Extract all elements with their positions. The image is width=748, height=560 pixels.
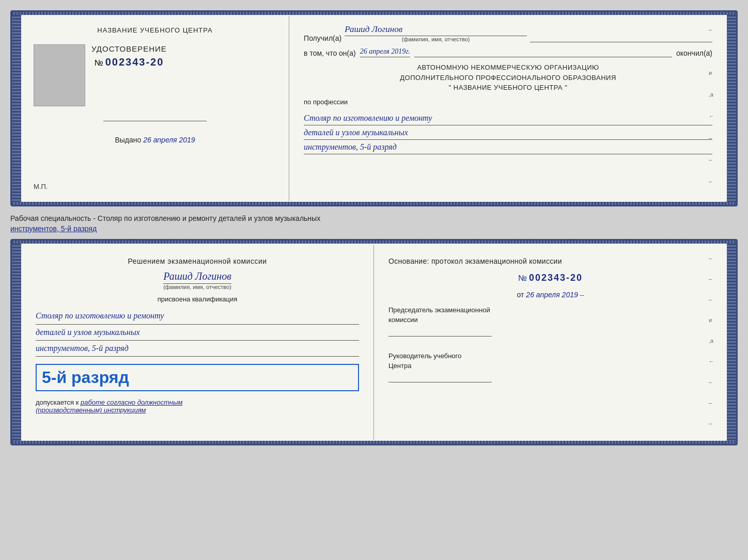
autonomous-block: АВТОНОМНУЮ НЕКОММЕРЧЕСКУЮ ОРГАНИЗАЦИЮ ДО… (304, 62, 712, 93)
edge-mark-6: – (709, 135, 714, 141)
separator-text: Рабочая специальность - Столяр по изгото… (10, 211, 738, 235)
center-name-top: НАЗВАНИЕ УЧЕБНОГО ЦЕНТРА (97, 26, 212, 34)
cert-left-panel: НАЗВАНИЕ УЧЕБНОГО ЦЕНТРА УДОСТОВЕРЕНИЕ №… (21, 16, 289, 201)
rukovoditel-block: Руководитель учебного Центра (388, 352, 712, 382)
fio-label-top: (фамилия, имя, отчество) (345, 36, 527, 42)
bottom-edge-marks: – – – и ,а ← – – – – – (709, 255, 714, 445)
edge-mark-9: – (709, 200, 714, 206)
bottom-profession-line3: инструментов, 5-й разряд (36, 341, 359, 357)
bottom-card-content: Решением экзаменационной комиссии Рашид … (21, 241, 727, 444)
predsedatel-sign-line (388, 336, 492, 337)
rukovoditel-title2: Центра (388, 362, 712, 370)
po-professii: по профессии (304, 98, 712, 106)
divider-line (103, 121, 207, 121)
cert-number: 002343-20 (105, 56, 164, 68)
predsedatel-block: Председатель экзаменационной комиссии (388, 306, 712, 337)
dopuskaetsya-block: допускается к работе согласно должностны… (36, 398, 359, 414)
rukovoditel-title: Руководитель учебного (388, 352, 712, 360)
bottom-right-panel: – – – и ,а ← – – – – – Основание: проток… (374, 245, 727, 440)
osnovanie: Основание: протокол экзаменационной коми… (388, 257, 712, 265)
bottom-date: 26 апреля 2019 (526, 291, 578, 299)
photo-placeholder (34, 44, 85, 106)
dopuskaetsya-value2: (производственным) инструкциям (36, 406, 146, 414)
rukovoditel-sign-line (388, 382, 492, 382)
poluchil-row: Получил(а) Рашид Логинов (фамилия, имя, … (304, 24, 712, 42)
autonomous-line1: АВТОНОМНУЮ НЕКОММЕРЧЕСКУЮ ОРГАНИЗАЦИЮ (304, 62, 712, 73)
bottom-right-texture (727, 241, 736, 444)
edge-mark-3: и (709, 70, 714, 76)
separator-line2: инструментов, 5-й разряд (10, 225, 97, 233)
vtom-line (414, 57, 672, 57)
edge-mark-1: – (709, 26, 714, 33)
bottom-profession-line1: Столяр по изготовлению и ремонту (36, 308, 359, 324)
poluchil-label: Получил(а) (304, 34, 341, 42)
autonomous-line2: ДОПОЛНИТЕЛЬНОГО ПРОФЕССИОНАЛЬНОГО ОБРАЗО… (304, 73, 712, 83)
vtom-row: в том, что он(а) 26 апреля 2019г. окончи… (304, 47, 712, 57)
bottom-number-prefix: № (518, 274, 527, 283)
udostoverenie-title: УДОСТОВЕРЕНИЕ (91, 44, 167, 53)
top-certificate: НАЗВАНИЕ УЧЕБНОГО ЦЕНТРА УДОСТОВЕРЕНИЕ №… (10, 10, 738, 206)
okonchil-label: окончил(а) (676, 49, 712, 57)
mp-label: М.П. (34, 183, 48, 190)
ot-date-row: от 26 апреля 2019 – (388, 291, 712, 299)
fio-label-bottom: (фамилия, имя, отчество) (163, 284, 231, 290)
autonomous-line3: " НАЗВАНИЕ УЧЕБНОГО ЦЕНТРА " (304, 83, 712, 93)
profession-line3: инструментов, 5-й разряд (304, 140, 712, 154)
vtom-label: в том, что он(а) (304, 49, 356, 57)
bottom-name: Рашид Логинов (163, 270, 231, 284)
poluchil-dash (530, 42, 712, 42)
edge-mark-2: – (709, 48, 714, 54)
edge-mark-4: ,а (709, 91, 714, 98)
dopuskaetsya-value: работе согласно должностным (81, 398, 182, 406)
bottom-left-texture (12, 241, 21, 444)
edge-mark-7: – (709, 156, 714, 163)
left-texture (12, 12, 21, 205)
protocol-number: 002343-20 (529, 273, 583, 283)
vydano-label: Выдано (115, 136, 141, 144)
profession-line1: Столяр по изготовлению и ремонту (304, 111, 712, 125)
udostoverenie-block: УДОСТОВЕРЕНИЕ № 002343-20 (91, 44, 167, 68)
poluchil-name: Рашид Логинов (345, 24, 527, 36)
prisvoyena: присвоена квалификация (36, 295, 359, 303)
predsedatel-title: Председатель экзаменационной (388, 306, 712, 314)
cert-content: НАЗВАНИЕ УЧЕБНОГО ЦЕНТРА УДОСТОВЕРЕНИЕ №… (21, 12, 727, 205)
rank-box: 5-й разряд (36, 364, 359, 391)
profession-line2: деталей и узлов музыкальных (304, 125, 712, 140)
profession-block-top: Столяр по изготовлению и ремонту деталей… (304, 111, 712, 155)
edge-mark-8: – (709, 178, 714, 184)
page-wrapper: НАЗВАНИЕ УЧЕБНОГО ЦЕНТРА УДОСТОВЕРЕНИЕ №… (10, 10, 738, 445)
edge-mark-5: ← (709, 113, 714, 119)
bottom-left-panel: Решением экзаменационной комиссии Рашид … (21, 245, 374, 440)
rank-text: 5-й разряд (42, 368, 129, 387)
bottom-certificate: Решением экзаменационной комиссии Рашид … (10, 239, 738, 445)
dopuskaetsya-label: допускается к (36, 398, 79, 406)
number-prefix: № (94, 58, 103, 68)
bottom-profession-line2: деталей и узлов музыкальных (36, 325, 359, 341)
vydano-row: Выдано 26 апреля 2019 (115, 136, 195, 144)
predsedatel-title2: комиссии (388, 316, 712, 324)
vtom-date: 26 апреля 2019г. (360, 47, 410, 57)
separator-line1: Рабочая специальность - Столяр по изгото… (10, 214, 320, 222)
cert-right-panel: – – и ,а ← – – – – Получил(а) Рашид Логи… (289, 16, 727, 201)
vydano-date: 26 апреля 2019 (143, 136, 195, 144)
bottom-dash: – (580, 291, 584, 299)
profession-block-bottom: Столяр по изготовлению и ремонту деталей… (36, 308, 359, 357)
ot-label: от (517, 291, 524, 299)
right-texture (727, 12, 736, 205)
edge-marks: – – и ,а ← – – – – (709, 26, 714, 206)
resheniem-title: Решением экзаменационной комиссии (36, 257, 359, 265)
